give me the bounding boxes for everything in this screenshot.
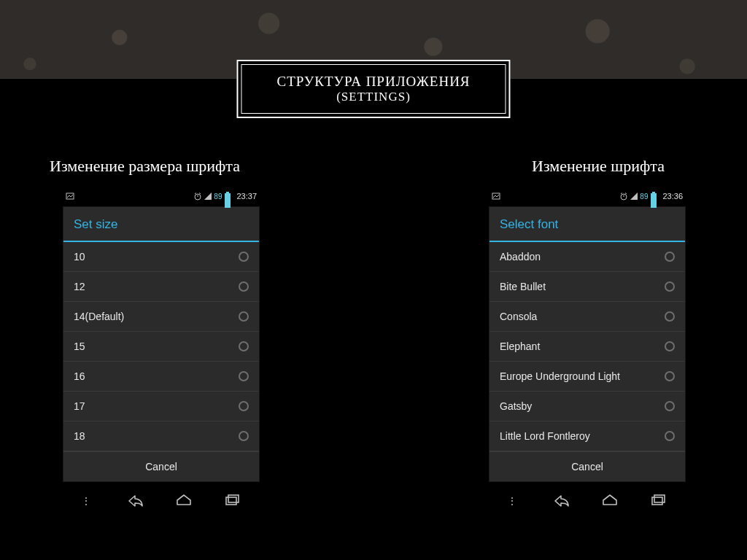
size-option-label: 15 [74, 341, 85, 352]
font-dialog: Select font Abaddon Bite Bullet Consola … [489, 206, 686, 482]
battery-level: 89 [640, 192, 648, 201]
font-option-label: Elephant [500, 341, 540, 352]
slide-title-line1: СТРУКТУРА ПРИЛОЖЕНИЯ [276, 74, 470, 90]
radio-icon [239, 401, 249, 411]
size-option-label: 14(Default) [74, 311, 124, 322]
radio-icon [665, 401, 675, 411]
font-option[interactable]: Abaddon [489, 242, 685, 272]
svg-line-3 [195, 193, 196, 195]
navbar-left: ⋮ [63, 486, 260, 516]
nav-menu-icon[interactable]: ⋮ [507, 495, 517, 507]
right-column: Изменение шрифта 89 [430, 157, 737, 516]
statusbar-left: 89 23:37 [63, 189, 260, 203]
font-option[interactable]: Elephant [489, 332, 685, 362]
svg-rect-16 [651, 193, 657, 208]
right-caption: Изменение шрифта [430, 157, 737, 176]
slide-title-plate: СТРУКТУРА ПРИЛОЖЕНИЯ (SETTINGS) [236, 60, 510, 118]
battery-icon [223, 192, 232, 201]
svg-marker-5 [204, 192, 212, 200]
nav-home-icon[interactable] [600, 491, 619, 510]
radio-icon [665, 252, 675, 262]
font-option[interactable]: Little Lord Fontleroy [489, 421, 685, 451]
svg-line-4 [199, 193, 201, 195]
radio-icon [239, 431, 249, 441]
radio-icon [665, 341, 675, 351]
gallery-icon [66, 192, 74, 201]
signal-icon [204, 192, 212, 201]
phone-left: 89 23:37 Set size 10 12 14(Default) 15 1… [63, 189, 260, 516]
svg-rect-9 [228, 495, 239, 502]
svg-rect-19 [654, 495, 665, 502]
statusbar-right: 89 23:36 [489, 189, 686, 203]
radio-icon [665, 311, 675, 322]
radio-icon [665, 371, 675, 381]
left-column: Изменение размера шрифта 89 [50, 157, 356, 516]
size-option-label: 18 [74, 430, 85, 442]
radio-icon [239, 371, 249, 381]
size-option-label: 10 [74, 251, 85, 262]
font-dialog-title: Select font [489, 207, 685, 242]
nav-back-icon[interactable] [552, 491, 571, 510]
svg-line-13 [621, 193, 622, 195]
gallery-icon [492, 192, 500, 201]
size-option[interactable]: 15 [63, 332, 259, 362]
nav-menu-icon[interactable]: ⋮ [81, 495, 91, 507]
radio-icon [239, 252, 249, 262]
size-option-label: 17 [74, 400, 85, 412]
size-option[interactable]: 14(Default) [63, 302, 259, 332]
size-option[interactable]: 16 [63, 362, 259, 392]
signal-icon [630, 192, 638, 201]
size-option-label: 12 [74, 281, 85, 292]
font-option-label: Bite Bullet [500, 281, 546, 292]
font-option-label: Gatsby [500, 400, 532, 412]
nav-home-icon[interactable] [174, 491, 193, 510]
radio-icon [239, 341, 249, 351]
svg-marker-15 [630, 192, 638, 200]
svg-rect-7 [226, 192, 229, 193]
size-option-label: 16 [74, 370, 85, 382]
radio-icon [665, 431, 675, 441]
left-caption: Изменение размера шрифта [50, 157, 356, 176]
battery-level: 89 [214, 192, 222, 201]
size-dialog-title: Set size [63, 207, 259, 242]
nav-recent-icon[interactable] [649, 491, 667, 510]
size-option[interactable]: 17 [63, 392, 259, 421]
radio-icon [665, 281, 675, 292]
svg-line-14 [625, 193, 627, 195]
size-option[interactable]: 10 [63, 242, 259, 272]
nav-back-icon[interactable] [126, 491, 145, 510]
radio-icon [239, 311, 249, 322]
svg-rect-17 [652, 192, 655, 193]
size-cancel-button[interactable]: Cancel [63, 451, 259, 481]
slide-title-line2: (SETTINGS) [276, 90, 470, 104]
alarm-icon [619, 192, 628, 201]
font-option[interactable]: Gatsby [489, 392, 685, 421]
clock: 23:36 [662, 192, 683, 201]
font-option-label: Europe Underground Light [500, 370, 620, 382]
font-option-label: Little Lord Fontleroy [500, 430, 590, 442]
font-option[interactable]: Bite Bullet [489, 272, 685, 302]
navbar-right: ⋮ [489, 486, 686, 516]
clock: 23:37 [236, 192, 257, 201]
size-dialog: Set size 10 12 14(Default) 15 16 17 18 C… [63, 206, 260, 482]
font-option-label: Abaddon [500, 251, 541, 262]
phone-right: 89 23:36 Select font Abaddon Bite Bullet… [489, 189, 686, 516]
font-option-label: Consola [500, 311, 537, 322]
size-option[interactable]: 18 [63, 421, 259, 451]
font-option[interactable]: Consola [489, 302, 685, 332]
font-option[interactable]: Europe Underground Light [489, 362, 685, 392]
svg-rect-6 [225, 193, 231, 208]
svg-rect-8 [226, 497, 236, 505]
radio-icon [239, 281, 249, 292]
svg-rect-18 [652, 497, 662, 505]
size-option[interactable]: 12 [63, 272, 259, 302]
nav-recent-icon[interactable] [222, 491, 241, 510]
font-cancel-button[interactable]: Cancel [489, 451, 685, 481]
alarm-icon [193, 192, 202, 201]
battery-icon [649, 192, 658, 201]
